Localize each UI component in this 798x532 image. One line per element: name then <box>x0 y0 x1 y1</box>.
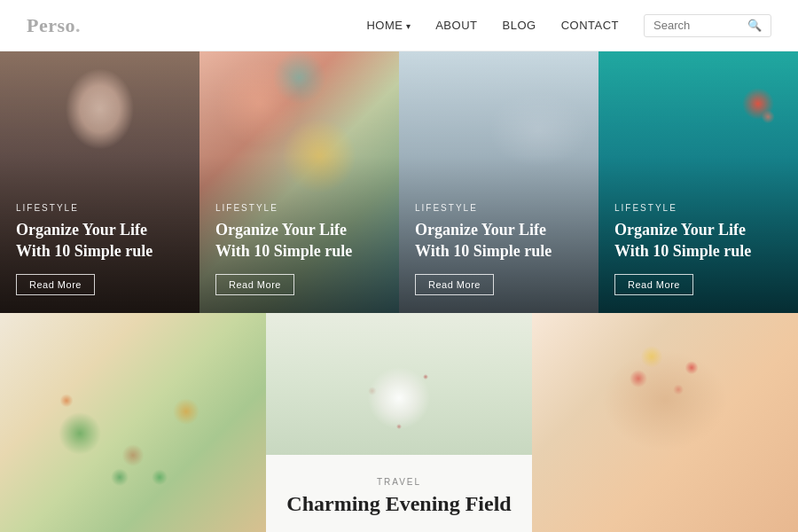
hero-card-2-content: LIFESTYLE Organize Your Life With 10 Sim… <box>200 187 399 313</box>
bottom-card-left <box>0 313 266 532</box>
center-card-title: Charming Evening Field <box>286 492 511 516</box>
hero-card-4-read-more[interactable]: Read More <box>614 274 693 295</box>
main-nav: HOME ABOUT BLOG CONTACT 🔍 <box>366 14 771 37</box>
hero-card-4-title: Organize Your Life With 10 Simple rule <box>614 220 782 262</box>
hero-card-1-content: LIFESTYLE Organize Your Life With 10 Sim… <box>0 187 200 313</box>
hero-card-3-content: LIFESTYLE Organize Your Life With 10 Sim… <box>399 187 598 313</box>
logo-dot: . <box>75 14 81 36</box>
site-header: Perso. HOME ABOUT BLOG CONTACT 🔍 <box>0 0 798 51</box>
hero-card-1-title: Organize Your Life With 10 Simple rule <box>16 220 184 262</box>
nav-blog[interactable]: BLOG <box>503 19 536 32</box>
hero-card-1-read-more[interactable]: Read More <box>16 274 95 295</box>
hero-card-3-read-more[interactable]: Read More <box>415 274 494 295</box>
site-logo[interactable]: Perso. <box>27 14 81 37</box>
hero-card-1: LIFESTYLE Organize Your Life With 10 Sim… <box>0 51 200 313</box>
hero-cards-row: LIFESTYLE Organize Your Life With 10 Sim… <box>0 51 798 313</box>
hero-card-3-title: Organize Your Life With 10 Simple rule <box>415 220 583 262</box>
hero-card-4: LIFESTYLE Organize Your Life With 10 Sim… <box>598 51 798 313</box>
bottom-card-right <box>532 313 798 532</box>
hero-card-1-category: LIFESTYLE <box>16 203 184 213</box>
nav-about[interactable]: ABOUT <box>435 19 477 32</box>
nav-home[interactable]: HOME <box>366 19 411 32</box>
center-card-category: TRAVEL <box>377 477 421 487</box>
search-icon: 🔍 <box>747 19 762 33</box>
hero-card-2-title: Organize Your Life With 10 Simple rule <box>215 220 383 262</box>
logo-text: Perso <box>27 14 75 36</box>
hero-card-2: LIFESTYLE Organize Your Life With 10 Sim… <box>200 51 399 313</box>
hero-card-2-category: LIFESTYLE <box>215 203 383 213</box>
search-input[interactable] <box>653 19 742 32</box>
nav-contact[interactable]: CONTACT <box>561 19 619 32</box>
hero-card-2-read-more[interactable]: Read More <box>215 274 294 295</box>
hero-card-3-category: LIFESTYLE <box>415 203 583 213</box>
hero-card-4-content: LIFESTYLE Organize Your Life With 10 Sim… <box>598 187 798 313</box>
bottom-grid: TRAVEL Charming Evening Field <box>0 313 798 532</box>
hero-card-4-category: LIFESTYLE <box>614 203 782 213</box>
hero-card-3: LIFESTYLE Organize Your Life With 10 Sim… <box>399 51 598 313</box>
bottom-card-center: TRAVEL Charming Evening Field <box>266 313 532 532</box>
search-box: 🔍 <box>644 14 771 37</box>
center-card-image <box>266 313 532 455</box>
